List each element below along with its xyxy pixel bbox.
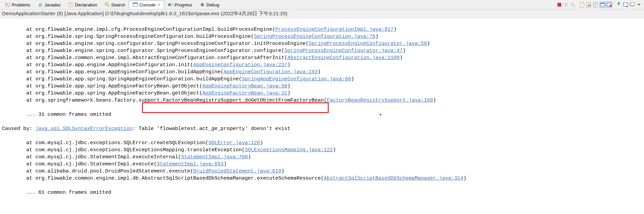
tab-console[interactable]: Console ✕ xyxy=(129,0,164,9)
svg-rect-20 xyxy=(581,3,583,4)
source-link[interactable]: SpringProcessEngineConfiguration.java:76 xyxy=(254,34,375,39)
stack-frame: at org.flowable.engine.spring.configurat… xyxy=(2,40,642,47)
svg-rect-23 xyxy=(593,2,597,7)
stack-frame: at org.springframework.beans.factory.sup… xyxy=(2,97,642,104)
problems-icon xyxy=(5,2,10,7)
debug-icon xyxy=(200,2,205,7)
svg-point-7 xyxy=(105,3,108,5)
svg-point-1 xyxy=(6,4,7,5)
source-link[interactable]: AppEngineFactoryBean.java:58 xyxy=(202,83,287,89)
source-link[interactable]: AppEngineConfiguration.java:237 xyxy=(193,62,287,68)
view-tab-bar: Problems @ Javadoc Declaration Search Co… xyxy=(0,0,644,9)
source-link[interactable]: SpringProcessEngineConfigurator.java:47 xyxy=(284,48,403,54)
svg-rect-10 xyxy=(133,3,138,4)
terminate-button[interactable] xyxy=(556,2,562,8)
stack-frame: at org.flowable.app.spring.AppEngineFact… xyxy=(2,83,642,90)
source-link[interactable]: AppEngineConfiguration.java:193 xyxy=(224,69,318,75)
source-link[interactable]: StatementImpl.java:768 xyxy=(181,154,248,160)
svg-rect-31 xyxy=(631,2,635,5)
scroll-lock-button[interactable] xyxy=(586,2,592,8)
svg-rect-22 xyxy=(588,4,590,6)
source-link[interactable]: StatementImpl.java:653 xyxy=(157,161,224,167)
pin-console-button[interactable] xyxy=(616,2,622,8)
view-menu-button[interactable] xyxy=(636,2,642,8)
source-link[interactable]: DruidPooledStatement.java:619 xyxy=(193,168,281,174)
stack-frame: at org.flowable.engine.spring.configurat… xyxy=(2,47,642,54)
tab-javadoc[interactable]: @ Javadoc xyxy=(34,0,64,9)
stack-frame: at com.alibaba.druid.pool.DruidPooledSta… xyxy=(2,168,642,175)
source-link[interactable]: FactoryBeanRegistrySupport.java:169 xyxy=(327,98,433,103)
source-link[interactable]: SpringAppEngineConfiguration.java:66 xyxy=(242,76,351,82)
tab-label: Declaration xyxy=(75,2,97,7)
close-icon[interactable]: ✕ xyxy=(157,3,160,7)
tab-progress[interactable]: Progress xyxy=(164,0,196,9)
remove-all-launches-button[interactable] xyxy=(570,2,576,8)
stack-frame: at org.flowable.app.spring.SpringAppEngi… xyxy=(2,76,642,83)
console-icon xyxy=(133,2,138,7)
console-toolbar xyxy=(556,2,644,8)
declaration-icon xyxy=(68,2,74,7)
svg-rect-29 xyxy=(623,3,628,6)
source-link[interactable]: SpringProcessEngineConfigurator.java:58 xyxy=(309,41,427,47)
svg-point-2 xyxy=(8,5,9,6)
stack-frame: at org.flowable.engine.impl.cfg.ProcessE… xyxy=(2,26,642,33)
stack-frame: at org.flowable.app.engine.AppEngineConf… xyxy=(2,61,642,69)
source-link[interactable]: AbstractEngineConfiguration.java:1109 xyxy=(287,55,400,61)
stack-frame: at org.flowable.common.engine.impl.db.Ab… xyxy=(2,175,642,182)
svg-line-8 xyxy=(108,5,109,7)
tab-search[interactable]: Search xyxy=(101,0,129,9)
exception-class-link[interactable]: java.sql.SQLSyntaxErrorException xyxy=(35,126,133,132)
source-link[interactable]: SQLExceptionsMapping.java:122 xyxy=(245,147,333,153)
launch-header: DemoApplicationStarter (8) [Java Applica… xyxy=(0,9,644,18)
svg-rect-12 xyxy=(168,4,171,6)
open-console-button[interactable] xyxy=(629,2,635,8)
tab-label: Console xyxy=(139,2,155,7)
stack-frame: at com.mysql.cj.jdbc.exceptions.SQLError… xyxy=(2,139,642,146)
svg-point-27 xyxy=(610,5,612,7)
search-icon xyxy=(105,2,110,7)
svg-rect-18 xyxy=(557,3,561,6)
svg-point-28 xyxy=(618,2,620,4)
remove-launch-button[interactable] xyxy=(563,2,569,8)
tab-label: Problems xyxy=(12,2,30,7)
javadoc-icon: @ xyxy=(38,2,43,7)
stack-frame: at org.flowable.app.spring.AppEngineFact… xyxy=(2,90,642,97)
frames-omitted: ... 31 common frames omitted xyxy=(2,112,111,117)
stack-frame: at com.mysql.cj.jdbc.StatementImpl.execu… xyxy=(2,161,642,168)
show-console-on-stderr-button[interactable] xyxy=(606,2,612,8)
svg-text:@: @ xyxy=(38,3,42,7)
progress-icon xyxy=(168,2,173,7)
tab-declaration[interactable]: Declaration xyxy=(64,0,101,9)
console-output[interactable]: at org.flowable.engine.impl.cfg.ProcessE… xyxy=(0,18,644,214)
source-link[interactable]: AppEngineFactoryBean.java:31 xyxy=(202,90,287,96)
svg-rect-6 xyxy=(69,5,71,5)
caused-by-line: Caused by: java.sql.SQLSyntaxErrorExcept… xyxy=(2,125,642,132)
word-wrap-button[interactable] xyxy=(593,2,599,8)
stack-frame: at org.flowable.common.engine.impl.Abstr… xyxy=(2,54,642,61)
svg-rect-5 xyxy=(69,4,71,4)
tab-label: Search xyxy=(111,2,125,7)
stack-frame: at com.mysql.cj.jdbc.StatementImpl.execu… xyxy=(2,154,642,161)
source-link[interactable]: ProcessEngineConfigurationImpl.java:917 xyxy=(275,27,393,32)
source-link[interactable]: AbstractSqlScriptBasedDbSchemaManager.ja… xyxy=(324,176,463,181)
tab-problems[interactable]: Problems xyxy=(1,0,34,9)
show-console-on-stdout-button[interactable] xyxy=(599,2,606,8)
stack-frame: at org.flowable.app.engine.AppEngineConf… xyxy=(2,69,642,76)
stack-frame: at com.mysql.cj.jdbc.exceptions.SQLExcep… xyxy=(2,146,642,154)
svg-point-13 xyxy=(201,3,204,6)
svg-rect-25 xyxy=(601,3,605,4)
source-link[interactable]: SQLError.java:120 xyxy=(208,140,260,146)
tab-label: Debug xyxy=(206,2,219,7)
marker-dot xyxy=(380,114,381,115)
tab-label: Javadoc xyxy=(45,2,61,7)
tab-label: Progress xyxy=(175,2,192,7)
svg-rect-19 xyxy=(580,2,584,7)
clear-console-button[interactable] xyxy=(579,2,585,8)
tab-debug[interactable]: Debug xyxy=(196,0,223,9)
stack-frame: at org.flowable.spring.SpringProcessEngi… xyxy=(2,33,642,40)
svg-rect-0 xyxy=(6,3,10,6)
display-selected-console-button[interactable] xyxy=(622,2,628,8)
frames-omitted: ... 61 common frames omitted xyxy=(2,190,111,195)
